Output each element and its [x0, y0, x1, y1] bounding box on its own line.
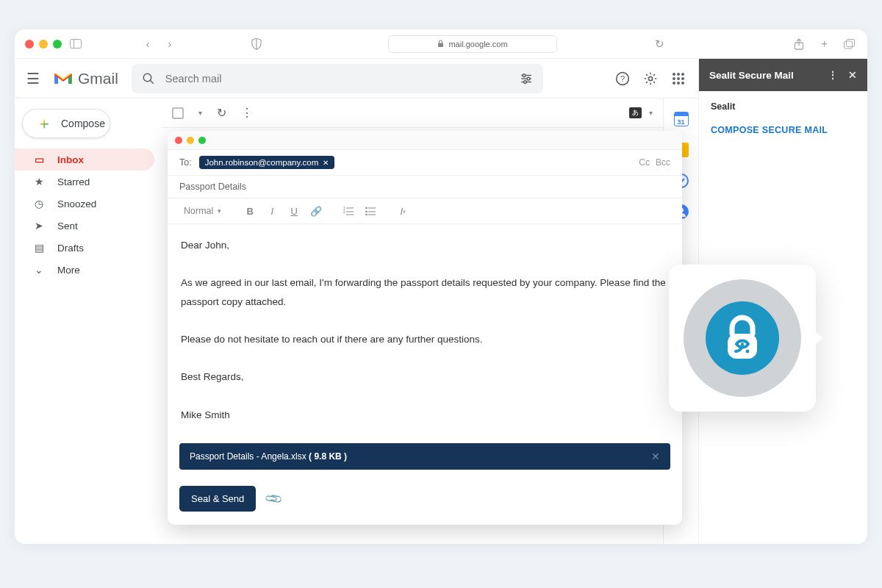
bcc-button[interactable]: Bcc [656, 157, 670, 168]
italic-button[interactable]: I [262, 203, 282, 219]
clock-icon: ◷ [32, 198, 46, 209]
panel-close-icon[interactable]: ✕ [848, 69, 857, 81]
drafts-icon: ▤ [32, 242, 46, 254]
tune-icon[interactable] [520, 72, 533, 85]
remove-attachment-icon[interactable]: ✕ [651, 451, 660, 462]
gmail-sidebar: ＋ Compose ▭Inbox ★Starred ◷Snoozed ➤Sent… [15, 98, 162, 544]
compose-window-header [168, 131, 682, 150]
side-panel-title: Sealit Secure Mail [709, 70, 794, 81]
underline-button[interactable]: U [284, 203, 304, 219]
side-panel-brand: Sealit [711, 101, 856, 112]
bullet-list-button[interactable] [361, 203, 380, 219]
url-text: mail.google.com [448, 40, 507, 49]
nav-snoozed[interactable]: ◷Snoozed [15, 193, 154, 215]
svg-point-13 [648, 76, 652, 80]
svg-point-14 [673, 73, 675, 76]
help-icon[interactable]: ? [614, 71, 631, 87]
compose-secure-button[interactable]: COMPOSE SECURE MAIL [711, 125, 856, 135]
reload-icon[interactable]: ↻ [651, 36, 667, 52]
new-tab-icon[interactable]: ＋ [816, 36, 832, 52]
select-all-checkbox[interactable] [172, 107, 184, 119]
tabs-icon[interactable] [841, 36, 857, 52]
chevron-down-icon[interactable]: ▾ [198, 109, 202, 117]
input-tool-icon[interactable]: あ [629, 107, 642, 118]
numbered-list-button[interactable]: 12 [339, 203, 358, 219]
attach-icon[interactable]: 📎 [264, 489, 284, 509]
shield-icon[interactable] [248, 36, 265, 52]
compose-body[interactable]: Dear John, As we agreed in our last emai… [168, 224, 682, 436]
gmail-brand-text: Gmail [78, 70, 118, 87]
attachment-size: ( 9.8 KB ) [309, 451, 347, 462]
seal-send-button[interactable]: Seal & Send [179, 486, 256, 512]
nav-inbox[interactable]: ▭Inbox [15, 148, 154, 171]
mail-list-area: ▾ ↻ ⋮ あ ▾ [162, 98, 663, 544]
compose-window: To: John.robinson@company.com ✕ Cc Bcc [168, 131, 682, 525]
svg-point-6 [143, 74, 151, 82]
compose-send-row: Seal & Send 📎 [168, 477, 682, 525]
attachment-row[interactable]: Passport Details - Angela.xlsx ( 9.8 KB … [179, 443, 670, 470]
compose-subject-row[interactable]: Passport Details [168, 176, 682, 198]
svg-point-10 [523, 80, 526, 83]
compose-to-row[interactable]: To: John.robinson@company.com ✕ Cc Bcc [168, 150, 682, 176]
bold-button[interactable]: B [240, 203, 259, 219]
svg-line-7 [150, 80, 154, 84]
sidebar-toggle-icon[interactable] [68, 36, 84, 52]
chevron-down-icon[interactable]: ▾ [649, 109, 653, 117]
svg-point-8 [523, 74, 526, 76]
svg-rect-4 [844, 41, 852, 49]
search-placeholder: Search mail [165, 73, 222, 85]
plus-icon: ＋ [36, 112, 52, 135]
browser-window: ‹ › mail.google.com ↻ ＋ ☰ Gm [15, 29, 867, 544]
gmail-header: ☰ Gmail Search mail ? [15, 59, 698, 98]
gmail-logo[interactable]: Gmail [53, 70, 118, 87]
compose-button[interactable]: ＋ Compose [22, 109, 110, 138]
list-toolbar: ▾ ↻ ⋮ あ ▾ [162, 98, 663, 128]
svg-point-30 [365, 211, 368, 213]
svg-point-9 [527, 77, 530, 80]
expand-compose-icon[interactable] [198, 137, 206, 144]
svg-point-15 [677, 73, 680, 76]
calendar-app-icon[interactable]: 31 [674, 112, 689, 126]
url-bar[interactable]: mail.google.com [388, 35, 557, 53]
text-style-select[interactable]: Normal▾ [178, 204, 227, 218]
minimize-window-icon[interactable] [39, 40, 48, 49]
minimize-compose-icon[interactable] [187, 137, 194, 144]
svg-point-32 [365, 214, 368, 215]
nav-starred[interactable]: ★Starred [15, 171, 154, 193]
svg-point-38 [746, 350, 750, 354]
fullscreen-window-icon[interactable] [53, 40, 62, 49]
menu-icon[interactable]: ☰ [26, 70, 40, 87]
svg-text:?: ? [620, 74, 625, 83]
sent-icon: ➤ [32, 220, 46, 232]
settings-icon[interactable] [642, 71, 659, 87]
svg-point-19 [681, 77, 684, 80]
svg-point-21 [677, 82, 680, 85]
lock-icon [437, 40, 444, 48]
panel-more-icon[interactable]: ⋮ [828, 69, 838, 81]
search-input[interactable]: Search mail [132, 64, 543, 93]
window-traffic-lights [25, 40, 62, 49]
share-icon[interactable] [791, 36, 807, 52]
forward-icon[interactable]: › [162, 36, 178, 52]
svg-rect-5 [846, 39, 854, 46]
format-toolbar: Normal▾ B I U 🔗 12 Ix [168, 198, 682, 224]
refresh-icon[interactable]: ↻ [217, 106, 226, 120]
cc-button[interactable]: Cc [639, 157, 650, 168]
link-button[interactable]: 🔗 [306, 203, 326, 219]
remove-chip-icon[interactable]: ✕ [323, 159, 329, 167]
recipient-chip[interactable]: John.robinson@company.com ✕ [199, 156, 335, 169]
nav-more[interactable]: ⌄More [15, 259, 154, 281]
nav-sent[interactable]: ➤Sent [15, 215, 154, 237]
side-panel-header: Sealit Secure Mail ⋮ ✕ [699, 59, 867, 91]
nav-drafts[interactable]: ▤Drafts [15, 237, 154, 259]
apps-grid-icon[interactable] [670, 71, 686, 87]
svg-point-16 [681, 73, 684, 76]
more-menu-icon[interactable]: ⋮ [241, 106, 253, 120]
back-icon[interactable]: ‹ [140, 36, 156, 52]
attachment-name: Passport Details - Angela.xlsx [190, 451, 306, 462]
close-window-icon[interactable] [25, 40, 34, 49]
browser-chrome-bar: ‹ › mail.google.com ↻ ＋ [15, 29, 867, 59]
sealit-lock-icon [706, 301, 779, 375]
close-compose-icon[interactable] [175, 137, 182, 144]
clear-format-button[interactable]: Ix [393, 203, 412, 219]
